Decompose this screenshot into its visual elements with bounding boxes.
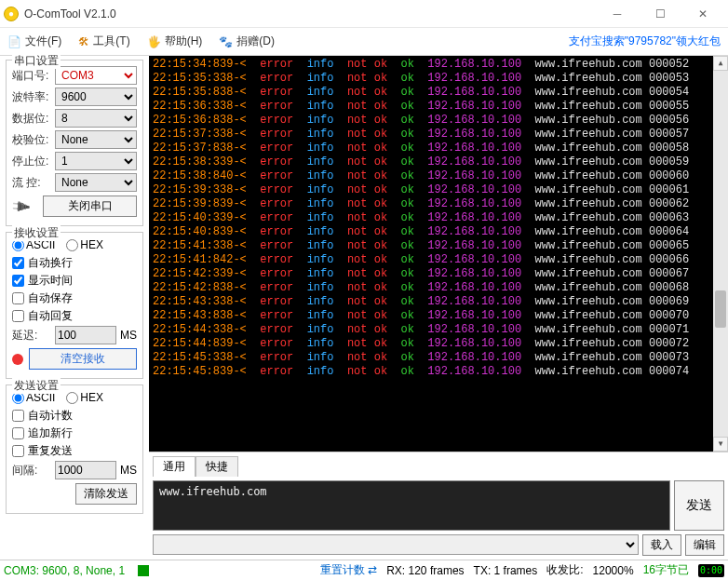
terminal-row: 22:15:38:840-< error info not ok ok 192.…: [153, 169, 724, 183]
stop-select[interactable]: 1: [55, 152, 137, 170]
autoreply-checkbox[interactable]: [12, 310, 24, 322]
terminal-row: 22:15:41:338-< error info not ok ok 192.…: [153, 239, 724, 253]
right-panel: 22:15:34:839-< error info not ok ok 192.…: [149, 56, 728, 560]
send-textarea[interactable]: [153, 480, 670, 531]
terminal-row: 22:15:39:839-< error info not ok ok 192.…: [153, 197, 724, 211]
send-hex-radio[interactable]: HEX: [66, 391, 103, 404]
send-area: 通用 快捷 发送 载入 编辑: [149, 452, 728, 560]
autosave-checkbox[interactable]: [12, 292, 24, 304]
data-label: 数据位:: [12, 111, 55, 127]
load-button[interactable]: 载入: [642, 534, 681, 556]
status-rx: RX: 120 frames: [386, 564, 464, 577]
window-title: O-ComTool V2.1.0: [24, 7, 116, 20]
menu-tools[interactable]: 🛠工具(T): [78, 34, 129, 49]
status-ratio-value: 12000%: [593, 564, 634, 577]
tab-general[interactable]: 通用: [153, 456, 195, 477]
tab-quick[interactable]: 快捷: [195, 456, 238, 477]
terminal-row: 22:15:44:338-< error info not ok ok 192.…: [153, 323, 724, 337]
terminal-row: 22:15:42:339-< error info not ok ok 192.…: [153, 267, 724, 281]
recv-hex-radio[interactable]: HEX: [66, 238, 103, 251]
appendnl-checkbox[interactable]: [12, 427, 24, 439]
terminal-row: 22:15:40:339-< error info not ok ok 192.…: [153, 211, 724, 225]
terminal-row: 22:15:45:839-< error info not ok ok 192.…: [153, 365, 724, 379]
clock-icon: 0:00: [698, 564, 724, 577]
terminal-row: 22:15:36:838-< error info not ok ok 192.…: [153, 114, 724, 128]
terminal-row: 22:15:45:338-< error info not ok ok 192.…: [153, 351, 724, 365]
status-bar: COM3: 9600, 8, None, 1 重置计数 ⇄ RX: 120 fr…: [0, 560, 728, 580]
clear-send-button[interactable]: 清除发送: [75, 483, 137, 505]
flow-select[interactable]: None: [55, 173, 137, 192]
status-ratio-label: 收发比:: [546, 562, 583, 578]
scroll-up-icon[interactable]: ▴: [713, 56, 728, 71]
flow-label: 流 控:: [12, 175, 55, 191]
close-port-button[interactable]: 关闭串口: [43, 196, 137, 217]
terminal-scrollbar[interactable]: ▴ ▾: [713, 56, 728, 452]
status-port: COM3: 9600, 8, None, 1: [4, 564, 125, 577]
parity-select[interactable]: None: [55, 130, 137, 149]
terminal-row: 22:15:37:838-< error info not ok ok 192.…: [153, 142, 724, 155]
delay-unit: MS: [120, 329, 137, 342]
status-bytes: 16字节已: [643, 562, 689, 578]
help-icon: 🖐: [147, 35, 161, 48]
left-panel: 串口设置 端口号:COM3 波特率:9600 数据位:8 校验位:None 停止…: [0, 56, 149, 560]
stop-label: 停止位:: [12, 154, 55, 169]
app-icon: ●: [4, 7, 19, 21]
delay-input[interactable]: [55, 326, 116, 344]
terminal-row: 22:15:34:839-< error info not ok ok 192.…: [153, 58, 724, 72]
record-icon: [12, 354, 23, 365]
autocount-checkbox[interactable]: [12, 410, 24, 422]
menu-bar: 📄文件(F) 🛠工具(T) 🖐帮助(H) 🐾捐赠(D) 支付宝搜索"979578…: [0, 28, 728, 56]
receive-settings-group: 接收设置 ASCII HEX 自动换行 显示时间 自动保存 自动回复 延迟:MS…: [6, 232, 143, 379]
delay-label: 延迟:: [12, 328, 55, 344]
showtime-checkbox[interactable]: [12, 275, 24, 287]
send-legend: 发送设置: [12, 378, 61, 394]
terminal-row: 22:15:41:842-< error info not ok ok 192.…: [153, 253, 724, 267]
data-select[interactable]: 8: [55, 109, 137, 128]
baud-label: 波特率:: [12, 89, 55, 105]
port-select[interactable]: COM3: [55, 66, 137, 85]
terminal-row: 22:15:40:839-< error info not ok ok 192.…: [153, 225, 724, 239]
serial-legend: 串口设置: [12, 53, 61, 69]
maximize-button[interactable]: ☐: [639, 0, 681, 28]
terminal-row: 22:15:36:338-< error info not ok ok 192.…: [153, 100, 724, 114]
plug-icon: 🔌: [9, 196, 31, 217]
serial-settings-group: 串口设置 端口号:COM3 波特率:9600 数据位:8 校验位:None 停止…: [6, 60, 143, 226]
reset-count-link[interactable]: 重置计数 ⇄: [320, 562, 377, 578]
edit-button[interactable]: 编辑: [685, 534, 724, 556]
terminal-row: 22:15:37:338-< error info not ok ok 192.…: [153, 128, 724, 142]
terminal-row: 22:15:35:338-< error info not ok ok 192.…: [153, 72, 724, 86]
repeat-checkbox[interactable]: [12, 445, 24, 457]
donate-icon: 🐾: [219, 35, 233, 48]
status-tx: TX: 1 frames: [474, 564, 538, 577]
terminal-row: 22:15:42:838-< error info not ok ok 192.…: [153, 281, 724, 295]
terminal-row: 22:15:43:838-< error info not ok ok 192.…: [153, 309, 724, 323]
autowrap-checkbox[interactable]: [12, 257, 24, 269]
scroll-down-icon[interactable]: ▾: [713, 437, 728, 452]
title-bar: ● O-ComTool V2.1.0 ─ ☐ ✕: [0, 0, 728, 28]
alipay-notice[interactable]: 支付宝搜索"9795782"领大红包: [569, 34, 721, 49]
parity-label: 校验位:: [12, 132, 55, 148]
send-button[interactable]: 发送: [674, 480, 724, 531]
status-indicator-icon: [138, 565, 149, 576]
clear-recv-button[interactable]: 清空接收: [29, 348, 137, 370]
interval-unit: MS: [120, 464, 137, 477]
interval-label: 间隔:: [12, 463, 55, 479]
menu-help[interactable]: 🖐帮助(H): [147, 34, 203, 49]
minimize-button[interactable]: ─: [596, 0, 639, 28]
file-icon: 📄: [7, 35, 21, 48]
send-settings-group: 发送设置 ASCII HEX 自动计数 追加新行 重复发送 间隔:MS 清除发送: [6, 384, 143, 514]
terminal-row: 22:15:39:338-< error info not ok ok 192.…: [153, 183, 724, 197]
close-button[interactable]: ✕: [681, 0, 724, 28]
history-combo[interactable]: [153, 534, 639, 555]
terminal-output[interactable]: 22:15:34:839-< error info not ok ok 192.…: [149, 56, 728, 452]
menu-file[interactable]: 📄文件(F): [7, 34, 61, 49]
scroll-thumb[interactable]: [715, 290, 726, 328]
baud-select[interactable]: 9600: [55, 88, 137, 106]
recv-legend: 接收设置: [12, 225, 61, 241]
terminal-row: 22:15:43:338-< error info not ok ok 192.…: [153, 295, 724, 309]
terminal-row: 22:15:38:339-< error info not ok ok 192.…: [153, 155, 724, 169]
terminal-row: 22:15:44:839-< error info not ok ok 192.…: [153, 337, 724, 351]
interval-input[interactable]: [55, 461, 116, 479]
menu-donate[interactable]: 🐾捐赠(D): [219, 34, 275, 49]
tools-icon: 🛠: [78, 35, 89, 48]
